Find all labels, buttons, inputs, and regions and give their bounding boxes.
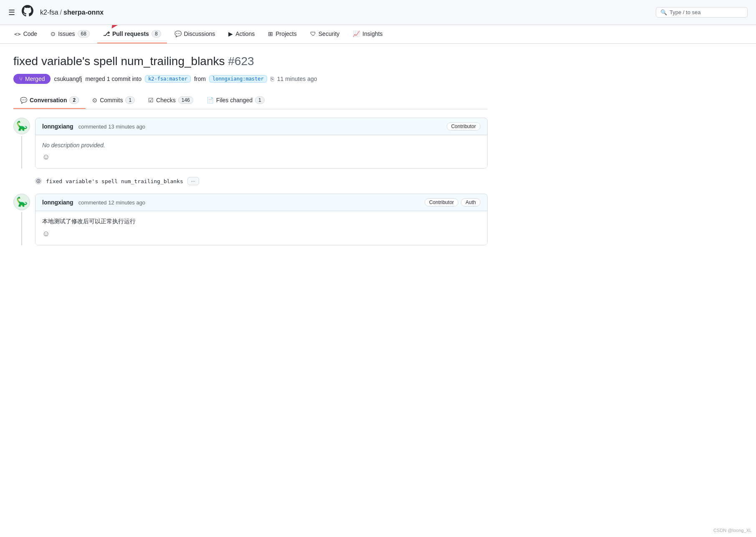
insights-icon: 📈 <box>353 30 360 37</box>
conversation-icon: 💬 <box>20 97 27 103</box>
conversation-label: Conversation <box>30 97 67 103</box>
conversation-badge: 2 <box>69 96 79 104</box>
sidebar-item-pull-requests[interactable]: ⎇ Pull requests 8 <box>97 25 167 43</box>
comment-text-1: No description provided. <box>42 142 480 149</box>
contributor-badge-1: Contributor <box>447 122 480 131</box>
from-text: from <box>194 76 206 82</box>
discussions-label: Discussions <box>184 30 215 37</box>
security-icon: 🛡 <box>310 30 316 37</box>
pr-action-text: merged 1 commit into <box>85 76 142 82</box>
sidebar-item-discussions[interactable]: 💬 Discussions <box>169 25 221 43</box>
issues-icon: ⊙ <box>51 30 56 37</box>
commit-dots-button[interactable]: ··· <box>187 177 199 185</box>
search-bar[interactable]: 🔍 Type / to sea <box>656 7 748 18</box>
merged-icon: ⑂ <box>19 76 23 82</box>
avatar-2: 🦕 <box>13 194 30 210</box>
files-changed-badge: 1 <box>255 96 265 104</box>
actions-label: Actions <box>235 30 255 37</box>
files-changed-label: Files changed <box>216 97 253 103</box>
code-label: Code <box>23 30 37 37</box>
commit-line-text: fixed variable's spell num_trailing_blan… <box>46 178 183 184</box>
pr-meta: ⑂ Merged csukuangfj merged 1 commit into… <box>13 74 488 84</box>
avatar-1: 🦕 <box>13 118 30 134</box>
comment-block-1: 🦕 lonngxiang commented 13 minutes ago Co… <box>13 118 488 169</box>
emoji-btn-2[interactable]: ☺ <box>42 229 480 238</box>
sidebar-item-security[interactable]: 🛡 Security <box>304 25 346 43</box>
pr-title-text: fixed variable's spell num_trailing_blan… <box>13 55 225 68</box>
merged-label: Merged <box>25 76 45 82</box>
search-placeholder: Type / to sea <box>670 9 700 15</box>
sidebar-item-issues[interactable]: ⊙ Issues 68 <box>45 25 96 43</box>
checks-icon: ☑ <box>148 97 154 103</box>
pull-requests-label: Pull requests <box>112 30 149 37</box>
tab-files-changed[interactable]: 📄 Files changed 1 <box>200 92 271 109</box>
projects-label: Projects <box>276 30 297 37</box>
comment-block-2: 🦕 lonngxiang commented 12 minutes ago Co… <box>13 194 488 245</box>
pull-requests-icon: ⎇ <box>103 30 110 37</box>
insights-label: Insights <box>362 30 382 37</box>
tab-commits[interactable]: ⊙ Commits 1 <box>86 92 142 109</box>
issues-label: Issues <box>58 30 75 37</box>
files-changed-icon: 📄 <box>207 97 214 103</box>
comment-time-1: commented 13 minutes ago <box>78 124 145 130</box>
checks-badge: 146 <box>178 96 193 104</box>
comment-body-1: No description provided. ☺ <box>35 135 487 168</box>
hamburger-icon[interactable]: ☰ <box>8 8 15 17</box>
pr-title: fixed variable's spell num_trailing_blan… <box>13 54 488 69</box>
actions-icon: ▶ <box>228 30 233 37</box>
commits-icon: ⊙ <box>92 97 97 103</box>
main-content: fixed variable's spell num_trailing_blan… <box>0 44 501 264</box>
code-icon: <> <box>14 31 21 37</box>
search-icon: 🔍 <box>660 9 667 15</box>
sidebar-item-projects[interactable]: ⊞ Projects <box>262 25 303 43</box>
sidebar-item-code[interactable]: <> Code <box>8 25 43 43</box>
comment-header-1: lonngxiang commented 13 minutes ago Cont… <box>35 118 487 135</box>
repo-name[interactable]: sherpa-onnx <box>63 9 104 16</box>
comment-text-2: 本地测试了修改后可以正常执行运行 <box>42 218 480 225</box>
comment-badges-2: Contributor Auth <box>425 198 480 207</box>
sidebar-item-insights[interactable]: 📈 Insights <box>347 25 388 43</box>
pr-author[interactable]: csukuangfj <box>54 76 82 82</box>
path-slash: / <box>60 9 62 16</box>
comment-card-2: lonngxiang commented 12 minutes ago Cont… <box>35 194 488 245</box>
commits-badge: 1 <box>125 96 135 104</box>
security-label: Security <box>319 30 340 37</box>
comment-time-2: commented 12 minutes ago <box>78 199 145 206</box>
merged-badge: ⑂ Merged <box>13 74 51 84</box>
top-nav: ☰ k2-fsa / sherpa-onnx 🔍 Type / to sea <box>0 0 756 25</box>
pr-tabs: 💬 Conversation 2 ⊙ Commits 1 ☑ Checks 14… <box>13 92 488 109</box>
comment-card-1: lonngxiang commented 13 minutes ago Cont… <box>35 118 488 169</box>
base-branch-badge[interactable]: k2-fsa:master <box>145 75 191 83</box>
discussions-icon: 💬 <box>174 30 182 37</box>
pull-requests-badge: 8 <box>152 30 161 38</box>
comment-header-2: lonngxiang commented 12 minutes ago Cont… <box>35 194 487 211</box>
comment-badges-1: Contributor <box>447 122 480 131</box>
red-arrow-annotation <box>110 25 143 29</box>
commits-label: Commits <box>100 97 123 103</box>
tab-conversation[interactable]: 💬 Conversation 2 <box>13 92 86 109</box>
github-logo <box>22 5 33 20</box>
pr-number: #623 <box>228 55 254 68</box>
sidebar-item-actions[interactable]: ▶ Actions <box>223 25 260 43</box>
comment-body-2: 本地测试了修改后可以正常执行运行 ☺ <box>35 211 487 245</box>
emoji-btn-1[interactable]: ☺ <box>42 153 480 161</box>
comment-author-2[interactable]: lonngxiang <box>42 199 73 206</box>
head-branch-badge[interactable]: lonngxiang:master <box>209 75 267 83</box>
contributor-badge-2: Contributor <box>425 198 458 207</box>
copy-icon[interactable]: ⎘ <box>271 76 274 82</box>
checks-label: Checks <box>156 97 176 103</box>
author-badge-2: Auth <box>461 198 480 207</box>
repo-path: k2-fsa / sherpa-onnx <box>40 9 104 16</box>
issues-badge: 68 <box>78 30 90 38</box>
tab-checks[interactable]: ☑ Checks 146 <box>142 92 200 109</box>
pr-time: 11 minutes ago <box>277 76 317 82</box>
projects-icon: ⊞ <box>268 30 273 37</box>
commit-line: fixed variable's spell num_trailing_blan… <box>35 177 488 185</box>
svg-point-1 <box>38 181 39 182</box>
repo-owner[interactable]: k2-fsa <box>40 9 58 16</box>
comment-author-1[interactable]: lonngxiang <box>42 123 73 130</box>
repo-nav: <> Code ⊙ Issues 68 ⎇ Pull requests 8 💬 … <box>0 25 756 44</box>
commit-dot-icon <box>35 178 42 184</box>
